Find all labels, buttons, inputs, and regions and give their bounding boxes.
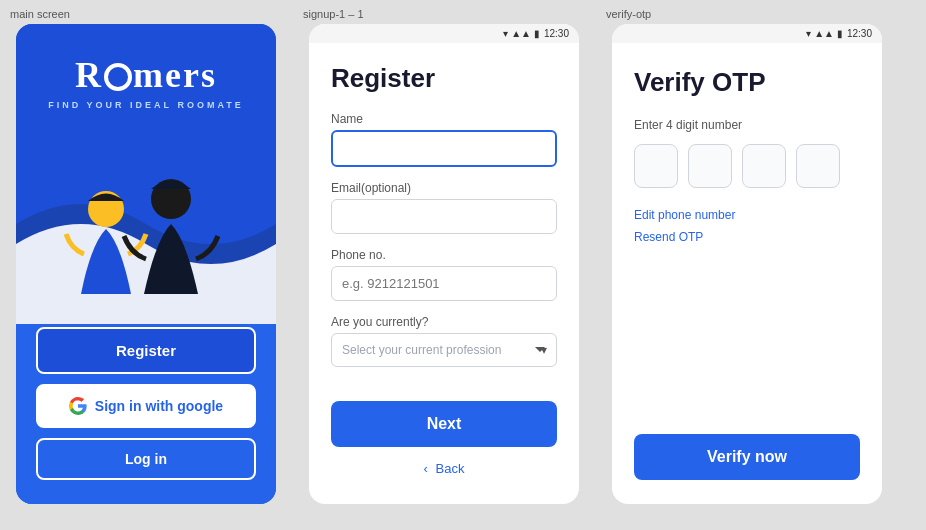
back-arrow-icon: ‹ <box>424 461 428 476</box>
otp-box-4[interactable] <box>796 144 840 188</box>
name-group: Name <box>331 112 557 167</box>
profession-label: Are you currently? <box>331 315 557 329</box>
verify-status-bar: ▾ ▲▲ ▮ 12:30 <box>612 24 882 43</box>
otp-box-1[interactable] <box>634 144 678 188</box>
google-signin-button[interactable]: Sign in with google <box>36 384 256 428</box>
signal-icon: ▲▲ <box>511 28 531 39</box>
verify-battery-icon: ▮ <box>837 28 843 39</box>
verify-screen-wrapper: verify-otp ▾ ▲▲ ▮ 12:30 Verify OTP Enter… <box>596 0 896 504</box>
brand-tagline: FIND YOUR IDEAL ROOMATE <box>48 100 244 110</box>
signup-content: Register Name Email(optional) Phone no. … <box>309 43 579 504</box>
phone-input[interactable] <box>331 266 557 301</box>
register-title: Register <box>331 63 557 94</box>
resend-otp-link[interactable]: Resend OTP <box>634 230 860 244</box>
main-screen-label: main screen <box>0 0 80 24</box>
phone-label: Phone no. <box>331 248 557 262</box>
phone-group: Phone no. <box>331 248 557 301</box>
signup-screen-label: signup-1 – 1 <box>293 0 374 24</box>
profession-group: Are you currently? Select your current p… <box>331 315 557 367</box>
main-phone-top: Rmers FIND YOUR IDEAL ROOMATE <box>16 24 276 324</box>
signup-screen-wrapper: signup-1 – 1 ▾ ▲▲ ▮ 12:30 Register Name … <box>293 0 596 504</box>
verify-signal-icon: ▲▲ <box>814 28 834 39</box>
verify-screen-label: verify-otp <box>596 0 661 24</box>
edit-phone-link[interactable]: Edit phone number <box>634 208 860 222</box>
brand-logo: Rmers <box>75 54 217 96</box>
main-screen-wrapper: main screen Rmers FIND YOUR IDEAL ROOMAT… <box>0 0 293 504</box>
verify-title: Verify OTP <box>634 67 860 98</box>
otp-box-3[interactable] <box>742 144 786 188</box>
back-link[interactable]: ‹ Back <box>331 461 557 476</box>
register-button[interactable]: Register <box>36 327 256 374</box>
name-input[interactable] <box>331 130 557 167</box>
signup-phone: ▾ ▲▲ ▮ 12:30 Register Name Email(optiona… <box>309 24 579 504</box>
wifi-icon: ▾ <box>503 28 508 39</box>
profession-select[interactable]: Select your current profession Student W… <box>331 333 557 367</box>
email-group: Email(optional) <box>331 181 557 234</box>
google-icon <box>69 397 87 415</box>
signup-time: 12:30 <box>544 28 569 39</box>
profession-select-wrapper: Select your current profession Student W… <box>331 333 557 367</box>
people-illustration <box>16 124 276 324</box>
verify-phone: ▾ ▲▲ ▮ 12:30 Verify OTP Enter 4 digit nu… <box>612 24 882 504</box>
verify-content: Verify OTP Enter 4 digit number Edit pho… <box>612 43 882 504</box>
verify-button[interactable]: Verify now <box>634 434 860 480</box>
brand-o-ring <box>104 63 132 91</box>
login-button[interactable]: Log in <box>36 438 256 480</box>
otp-box-2[interactable] <box>688 144 732 188</box>
back-label: Back <box>436 461 465 476</box>
verify-wifi-icon: ▾ <box>806 28 811 39</box>
otp-boxes-container <box>634 144 860 188</box>
signup-status-bar: ▾ ▲▲ ▮ 12:30 <box>309 24 579 43</box>
status-icons: ▾ ▲▲ ▮ <box>503 28 540 39</box>
main-phone-bottom: Register Sign in with google Log in <box>16 324 276 504</box>
name-label: Name <box>331 112 557 126</box>
battery-icon: ▮ <box>534 28 540 39</box>
otp-instruction: Enter 4 digit number <box>634 118 860 132</box>
main-phone: Rmers FIND YOUR IDEAL ROOMATE <box>16 24 276 504</box>
verify-status-icons: ▾ ▲▲ ▮ <box>806 28 843 39</box>
next-button[interactable]: Next <box>331 401 557 447</box>
email-label: Email(optional) <box>331 181 557 195</box>
verify-time: 12:30 <box>847 28 872 39</box>
google-button-label: Sign in with google <box>95 398 223 414</box>
email-input[interactable] <box>331 199 557 234</box>
